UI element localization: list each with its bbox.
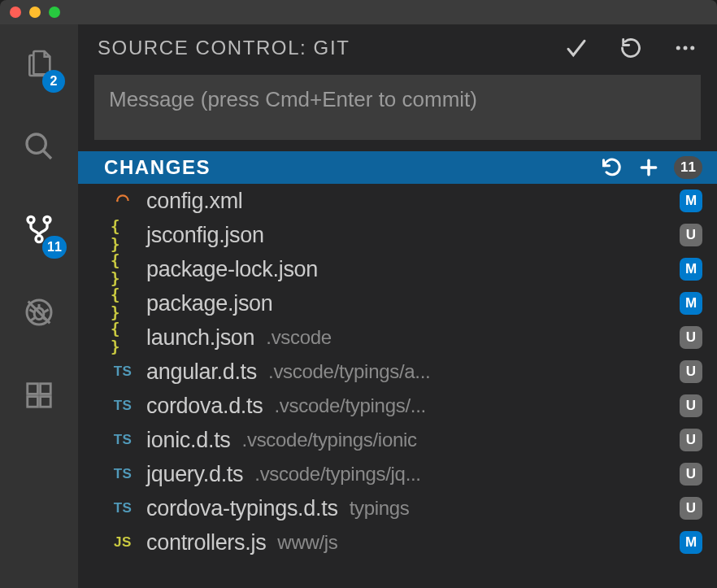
file-status-badge: M xyxy=(680,292,702,315)
activity-explorer[interactable]: 2 xyxy=(0,41,78,86)
changes-count: 11 xyxy=(674,156,702,179)
file-status-badge: M xyxy=(680,189,702,212)
file-status-badge: U xyxy=(680,326,702,349)
explorer-badge: 2 xyxy=(42,70,65,93)
file-path: www/js xyxy=(277,531,668,554)
debug-icon xyxy=(23,296,55,329)
file-row[interactable]: TSangular.d.ts.vscode/typings/a...U xyxy=(78,355,717,389)
file-row[interactable]: { }jsconfig.jsonU xyxy=(78,218,717,252)
file-name: controllers.js xyxy=(146,530,266,555)
svg-point-3 xyxy=(44,216,50,223)
ts-file-icon: TS xyxy=(111,432,135,448)
file-name: config.xml xyxy=(146,189,243,214)
activity-source-control[interactable]: 11 xyxy=(0,207,78,252)
file-status-badge: U xyxy=(680,394,702,417)
file-name: launch.json xyxy=(146,325,254,351)
scm-badge: 11 xyxy=(42,236,67,259)
svg-rect-14 xyxy=(28,397,38,407)
commit-message-input[interactable]: Message (press Cmd+Enter to commit) xyxy=(94,75,701,140)
file-status-badge: U xyxy=(680,497,702,520)
file-row[interactable]: config.xmlM xyxy=(78,184,717,218)
svg-point-17 xyxy=(676,46,680,50)
svg-point-22 xyxy=(116,200,119,203)
ts-file-icon: TS xyxy=(111,500,135,516)
stage-all-icon[interactable] xyxy=(638,157,659,178)
file-row[interactable]: TSjquery.d.ts.vscode/typings/jq...U xyxy=(78,457,717,491)
file-status-badge: M xyxy=(680,531,702,554)
file-status-badge: U xyxy=(680,463,702,486)
ts-file-icon: TS xyxy=(111,466,135,482)
file-row[interactable]: TScordova-typings.d.tstypingsU xyxy=(78,491,717,525)
file-path: .vscode/typings/ionic xyxy=(242,429,668,451)
panel-title: SOURCE CONTROL: GIT xyxy=(98,37,540,59)
file-path: .vscode/typings/... xyxy=(274,394,668,417)
file-path: .vscode/typings/a... xyxy=(268,360,668,383)
svg-rect-15 xyxy=(41,397,51,407)
js-file-icon: JS xyxy=(111,534,135,551)
file-path: .vscode/typings/jq... xyxy=(254,463,668,486)
svg-line-10 xyxy=(31,318,35,320)
ts-file-icon: TS xyxy=(111,364,135,380)
svg-point-19 xyxy=(690,46,694,50)
changes-header[interactable]: CHANGES 11 xyxy=(78,151,717,184)
svg-point-4 xyxy=(36,236,42,242)
window-minimize-button[interactable] xyxy=(29,7,41,18)
file-row[interactable]: { }package.jsonM xyxy=(78,286,717,320)
json-file-icon: { } xyxy=(111,251,135,287)
svg-rect-13 xyxy=(28,384,38,394)
ts-file-icon: TS xyxy=(111,398,135,414)
refresh-icon[interactable] xyxy=(619,37,642,59)
file-path: .vscode xyxy=(266,326,668,349)
file-name: jquery.d.ts xyxy=(146,462,243,487)
file-status-badge: U xyxy=(680,429,702,451)
source-control-panel: SOURCE CONTROL: GIT xyxy=(78,24,717,588)
file-status-badge: U xyxy=(680,224,702,246)
json-file-icon: { } xyxy=(111,320,135,355)
svg-rect-16 xyxy=(41,384,51,394)
file-row[interactable]: TSionic.d.ts.vscode/typings/ionicU xyxy=(78,423,717,457)
svg-point-0 xyxy=(27,134,46,153)
commit-icon[interactable] xyxy=(564,36,589,60)
title-bar xyxy=(0,0,717,24)
changes-title: CHANGES xyxy=(104,156,591,179)
file-path: typings xyxy=(350,497,668,520)
file-row[interactable]: { }package-lock.jsonM xyxy=(78,252,717,286)
json-file-icon: { } xyxy=(111,217,135,253)
file-status-badge: U xyxy=(680,360,702,383)
svg-line-9 xyxy=(44,310,49,312)
more-actions-icon[interactable] xyxy=(673,36,697,60)
file-row[interactable]: JScontrollers.jswww/jsM xyxy=(78,525,717,560)
file-name: jsconfig.json xyxy=(146,223,264,248)
file-name: cordova-typings.d.ts xyxy=(146,496,338,521)
file-name: package-lock.json xyxy=(146,257,318,282)
xml-file-icon xyxy=(111,193,135,209)
file-row[interactable]: TScordova.d.ts.vscode/typings/...U xyxy=(78,389,717,423)
file-status-badge: M xyxy=(680,258,702,281)
activity-bar: 2 11 xyxy=(0,24,78,588)
window-close-button[interactable] xyxy=(10,7,21,18)
activity-extensions[interactable] xyxy=(0,372,78,418)
discard-all-icon[interactable] xyxy=(601,156,624,179)
file-list: config.xmlM{ }jsconfig.jsonU{ }package-l… xyxy=(78,184,717,588)
svg-line-8 xyxy=(29,310,34,312)
panel-header: SOURCE CONTROL: GIT xyxy=(78,24,717,68)
file-name: package.json xyxy=(146,291,273,316)
svg-point-2 xyxy=(28,216,34,223)
json-file-icon: { } xyxy=(111,285,135,321)
main-area: 2 11 xyxy=(0,24,717,588)
svg-line-1 xyxy=(43,150,51,159)
file-name: ionic.d.ts xyxy=(146,428,231,453)
window-zoom-button[interactable] xyxy=(49,7,60,18)
extensions-icon xyxy=(23,379,55,412)
activity-search[interactable] xyxy=(0,124,78,169)
file-name: cordova.d.ts xyxy=(146,394,263,419)
file-name: angular.d.ts xyxy=(146,359,257,385)
search-icon xyxy=(23,130,55,163)
file-row[interactable]: { }launch.json.vscodeU xyxy=(78,320,717,355)
activity-debug[interactable] xyxy=(0,290,78,335)
svg-point-18 xyxy=(684,46,688,50)
